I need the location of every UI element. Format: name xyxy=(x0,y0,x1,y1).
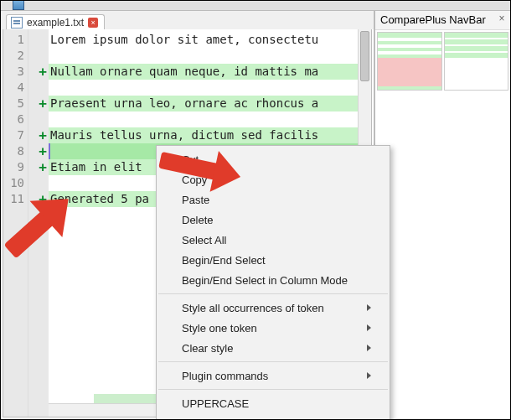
line-number: 3 xyxy=(3,64,24,80)
close-icon[interactable]: × xyxy=(88,18,98,28)
gutter: 1234567891011 ++++++ xyxy=(3,29,49,417)
menu-item-label: UPPERCASE xyxy=(182,397,249,410)
scrollbar-thumb[interactable] xyxy=(360,31,369,81)
menu-item-label: Copy xyxy=(182,174,207,186)
menu-item-plugin-commands[interactable]: Plugin commands xyxy=(157,366,390,386)
diff-mark xyxy=(28,111,49,127)
plus-icon: + xyxy=(28,191,49,207)
menu-item-paste[interactable]: Paste xyxy=(157,189,390,210)
tab-example1[interactable]: example1.txt × xyxy=(6,14,105,29)
menu-item-label: Delete xyxy=(182,214,214,226)
plus-icon: + xyxy=(28,143,49,159)
menu-item-style-one-token[interactable]: Style one token xyxy=(157,318,390,338)
text-line[interactable] xyxy=(49,111,371,127)
menu-item-label: Style one token xyxy=(182,322,257,334)
tab-filename: example1.txt xyxy=(27,17,84,29)
context-menu: CutCopyPasteDeleteSelect AllBegin/End Se… xyxy=(156,145,390,420)
panel-title-text: ComparePlus NavBar xyxy=(380,13,486,26)
menu-separator xyxy=(158,293,388,294)
menu-item-label: Clear style xyxy=(182,342,233,355)
line-number: 10 xyxy=(3,175,24,191)
menu-item-label: Paste xyxy=(182,194,209,206)
diff-mark: + xyxy=(28,64,49,80)
plus-icon: + xyxy=(28,159,49,175)
close-icon[interactable]: × xyxy=(496,13,508,25)
nav-column-left[interactable] xyxy=(377,32,442,91)
menu-item-label: lowercase xyxy=(182,417,231,421)
text-line[interactable] xyxy=(49,48,371,64)
line-number: 6 xyxy=(3,111,24,127)
line-numbers: 1234567891011 xyxy=(3,29,28,417)
line-number: 9 xyxy=(3,159,24,175)
menu-item-begin-end-select[interactable]: Begin/End Select xyxy=(157,250,390,270)
line-number: 1 xyxy=(3,32,24,48)
menu-item-lowercase[interactable]: lowercase xyxy=(157,413,390,420)
menu-item-label: Style all occurrences of token xyxy=(182,302,324,314)
diff-mark xyxy=(28,48,49,64)
tab-bar: example1.txt × xyxy=(1,11,374,29)
panel-title: ComparePlus NavBar × xyxy=(375,11,510,30)
line-number: 2 xyxy=(3,48,24,64)
diff-mark xyxy=(28,175,49,191)
plus-icon: + xyxy=(28,64,49,80)
toolbar xyxy=(1,1,510,11)
menu-item-label: Begin/End Select xyxy=(182,254,266,267)
nav-removed-block xyxy=(378,58,441,86)
text-line[interactable]: Nullam ornare quam neque, id mattis ma xyxy=(49,64,371,80)
nav-body xyxy=(375,30,510,419)
diff-mark: + xyxy=(28,159,49,175)
text-line[interactable]: Mauris tellus urna, dictum sed facilis xyxy=(49,127,371,143)
text-line[interactable]: Lorem ipsum dolor sit amet, consectetu xyxy=(49,32,371,48)
plus-icon: + xyxy=(28,96,49,111)
compare-navbar-panel: ComparePlus NavBar × xyxy=(374,11,510,419)
diff-mark xyxy=(28,32,49,48)
menu-item-cut[interactable]: Cut xyxy=(157,149,390,169)
diff-mark xyxy=(28,80,49,96)
menu-item-clear-style[interactable]: Clear style xyxy=(157,338,390,358)
line-number: 8 xyxy=(3,143,24,159)
line-number: 4 xyxy=(3,80,24,96)
diff-mark: + xyxy=(28,127,49,143)
diff-mark: + xyxy=(28,191,49,207)
diff-marks: ++++++ xyxy=(28,29,49,417)
save-icon[interactable] xyxy=(13,0,24,10)
menu-item-select-all[interactable]: Select All xyxy=(157,230,390,250)
menu-item-delete[interactable]: Delete xyxy=(157,210,390,230)
menu-separator xyxy=(158,361,388,362)
menu-item-uppercase[interactable]: UPPERCASE xyxy=(157,393,390,413)
menu-item-label: Select All xyxy=(182,234,226,246)
menu-item-style-all-occurrences-of-token[interactable]: Style all occurrences of token xyxy=(157,298,390,318)
line-number: 11 xyxy=(3,191,24,207)
line-number: 7 xyxy=(3,127,24,143)
menu-item-begin-end-select-in-column-mode[interactable]: Begin/End Select in Column Mode xyxy=(157,270,390,290)
menu-separator xyxy=(158,389,388,390)
plus-icon: + xyxy=(28,127,49,143)
menu-item-label: Plugin commands xyxy=(182,370,268,382)
text-line[interactable] xyxy=(49,80,371,96)
file-icon xyxy=(11,17,23,29)
line-number: 5 xyxy=(3,96,24,111)
menu-item-label: Cut xyxy=(182,153,199,166)
text-line[interactable]: Praesent urna leo, ornare ac rhoncus a xyxy=(49,96,371,111)
menu-item-copy[interactable]: Copy xyxy=(157,169,390,189)
nav-column-right[interactable] xyxy=(444,32,509,91)
diff-mark: + xyxy=(28,96,49,111)
menu-item-label: Begin/End Select in Column Mode xyxy=(182,274,348,287)
diff-mark: + xyxy=(28,143,49,159)
